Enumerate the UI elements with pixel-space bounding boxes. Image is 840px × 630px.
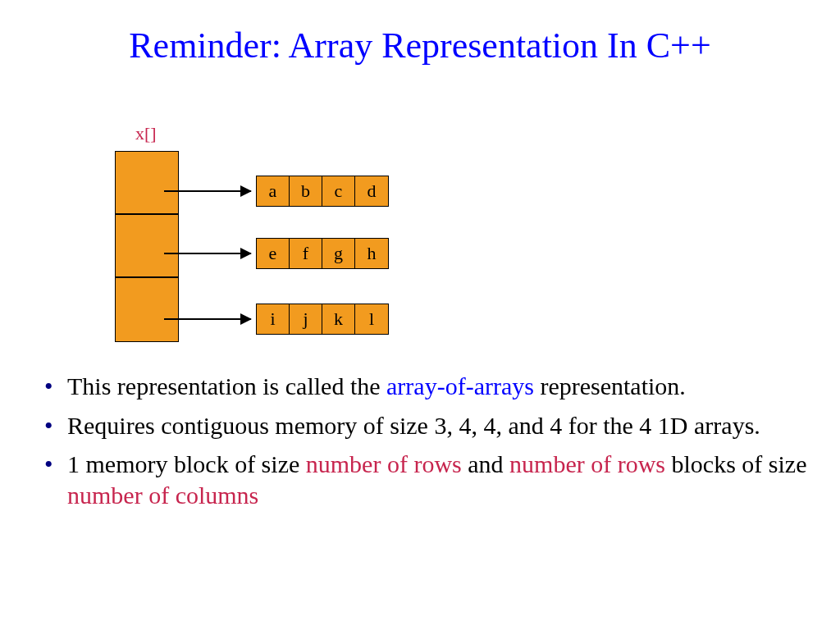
array-cell: h <box>355 239 388 268</box>
array-cell: l <box>355 304 388 334</box>
array-cell: b <box>290 176 322 206</box>
array-label: x[] <box>135 123 157 144</box>
array-cell: e <box>257 239 290 268</box>
bullet-text: representation. <box>534 372 686 399</box>
pointer-cell <box>116 215 178 278</box>
arrow-icon <box>164 318 251 320</box>
array-cell: a <box>257 176 290 206</box>
bullet-highlight: number of columns <box>67 482 258 509</box>
pointer-column <box>115 151 179 342</box>
pointer-cell <box>116 278 178 341</box>
row-array: i j k l <box>256 304 389 335</box>
bullet-list: This representation is called the array-… <box>39 371 807 518</box>
bullet-text: This representation is called the <box>67 372 386 399</box>
array-cell: d <box>355 176 388 206</box>
array-cell: g <box>322 239 355 268</box>
bullet-text: 1 memory block of size <box>67 450 306 477</box>
bullet-item: This representation is called the array-… <box>39 371 807 402</box>
bullet-item: 1 memory block of size number of rows an… <box>39 449 807 510</box>
array-cell: j <box>290 304 322 334</box>
bullet-highlight: number of rows <box>306 450 462 477</box>
bullet-text: and <box>462 450 509 477</box>
array-cell: c <box>322 176 355 206</box>
arrow-icon <box>164 253 251 254</box>
row-array: a b c d <box>256 176 389 207</box>
array-cell: k <box>322 304 355 334</box>
slide-title: Reminder: Array Representation In C++ <box>0 0 840 66</box>
arrow-icon <box>164 190 251 192</box>
bullet-text: blocks of size <box>665 450 806 477</box>
bullet-item: Requires contiguous memory of size 3, 4,… <box>39 410 807 441</box>
bullet-highlight: array-of-arrays <box>386 372 534 399</box>
array-cell: f <box>290 239 322 268</box>
array-cell: i <box>257 304 290 334</box>
pointer-cell <box>116 152 178 215</box>
bullet-highlight: number of rows <box>509 450 665 477</box>
row-array: e f g h <box>256 238 389 269</box>
array-diagram: x[] a b c d e f g h i j k l <box>115 123 443 353</box>
bullet-text: Requires contiguous memory of size 3, 4,… <box>67 412 760 439</box>
